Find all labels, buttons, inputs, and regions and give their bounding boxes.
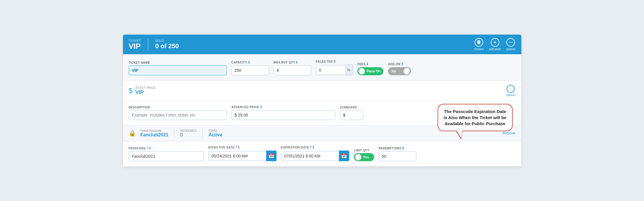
limit-qty-label: LIMIT QTY bbox=[354, 149, 374, 152]
dollar-icon: $ bbox=[129, 87, 132, 95]
addon-group: ADD-ON ℹ No bbox=[388, 62, 411, 75]
expiration-date-input[interactable] bbox=[281, 151, 339, 161]
standard-price-label: STANDARD bbox=[340, 106, 363, 109]
advanced-price-input[interactable] bbox=[232, 110, 335, 120]
ticket-sold-block: Sold 0 of 250 bbox=[155, 39, 179, 50]
header-options-label: options bbox=[506, 48, 515, 51]
price-name: VIP bbox=[135, 89, 155, 95]
header-left: Ticket VIP Sold 0 of 250 bbox=[129, 39, 179, 50]
standard-price-group: STANDARD bbox=[340, 106, 363, 120]
sales-tax-group: SALES TAX ℹ % bbox=[316, 59, 353, 75]
passcode-form-section: PASSCODE * ℹ EFFECTIVE DATE * ℹ 📅 EXPIRA… bbox=[123, 141, 521, 166]
price-title: Ticket Price bbox=[135, 86, 155, 89]
ticket-header: Ticket VIP Sold 0 of 250 🗑 remove + add … bbox=[123, 35, 521, 54]
redeemed-block: Redeemed 0 bbox=[180, 129, 197, 138]
price-form-section: DESCRIPTION ADVANCED PRICE ℹ STANDARD Th… bbox=[123, 101, 521, 125]
header-divider bbox=[148, 39, 148, 50]
redeemed-value: 0 bbox=[180, 132, 197, 138]
price-options-button[interactable]: ··· options bbox=[506, 85, 515, 97]
addon-toggle-text: No bbox=[391, 69, 396, 73]
advanced-price-info-icon: ℹ bbox=[260, 105, 262, 109]
max-buy-group: MAX BUY QTY ℹ bbox=[274, 60, 311, 75]
passcode-input[interactable] bbox=[129, 151, 204, 161]
fees-toggle-text: Pass On bbox=[367, 69, 380, 73]
fees-label: FEES ℹ bbox=[357, 62, 383, 66]
price-section-left: $ Ticket Price VIP bbox=[129, 86, 155, 95]
ticket-name-label: TICKET NAME bbox=[129, 61, 227, 64]
addon-info-icon: ℹ bbox=[402, 62, 403, 66]
capacity-input[interactable] bbox=[232, 65, 269, 75]
passcode-required-star: * bbox=[147, 147, 148, 150]
passcode-title: Ticket Passcode bbox=[141, 129, 169, 132]
sold-value: 0 of 250 bbox=[155, 42, 179, 50]
expiration-date-calendar-button[interactable]: 📅 bbox=[339, 151, 349, 161]
sales-tax-info-icon: ℹ bbox=[334, 59, 336, 63]
expiration-date-wrapper: 📅 bbox=[281, 151, 349, 161]
effective-date-info-icon: ℹ bbox=[238, 145, 240, 149]
effective-date-calendar-button[interactable]: 📅 bbox=[266, 151, 277, 161]
fees-toggle-knob bbox=[359, 68, 365, 74]
limit-qty-knob bbox=[355, 154, 361, 160]
passcode-field-label: PASSCODE * ℹ bbox=[129, 146, 204, 150]
ticket-type-label: Ticket bbox=[129, 39, 141, 42]
ticket-name-group: TICKET NAME bbox=[129, 61, 227, 75]
price-options-ellipsis-icon: ··· bbox=[507, 85, 515, 93]
max-buy-label: MAX BUY QTY ℹ bbox=[274, 60, 311, 64]
header-actions: 🗑 remove + add price ··· options bbox=[474, 38, 516, 51]
addon-toggle-knob bbox=[404, 68, 410, 74]
speech-bubble: The Passcode Expiration Date is Also Whe… bbox=[438, 104, 513, 131]
expiration-date-label: EXPIRATION DATE * ℹ bbox=[281, 145, 349, 149]
sales-tax-wrapper: % bbox=[316, 65, 353, 75]
redeemed-label: Redeemed bbox=[180, 129, 197, 132]
limit-qty-group: LIMIT QTY Yes bbox=[354, 149, 374, 161]
lock-icon: 🔒 bbox=[129, 130, 136, 137]
ticket-container: Ticket VIP Sold 0 of 250 🗑 remove + add … bbox=[123, 35, 521, 166]
limit-qty-toggle[interactable]: Yes bbox=[354, 153, 374, 161]
description-label: DESCRIPTION bbox=[129, 106, 227, 109]
ellipsis-icon: ··· bbox=[506, 38, 515, 47]
price-info-block: Ticket Price VIP bbox=[135, 86, 155, 95]
ticket-type-name: VIP bbox=[129, 42, 141, 50]
remove-passcode-link[interactable]: Remove bbox=[503, 131, 516, 135]
sales-tax-label: SALES TAX ℹ bbox=[316, 59, 353, 63]
remove-button[interactable]: 🗑 remove bbox=[474, 38, 484, 51]
limit-qty-toggle-text: Yes bbox=[363, 155, 369, 159]
addon-toggle[interactable]: No bbox=[388, 67, 411, 75]
expiration-date-info-icon: ℹ bbox=[313, 145, 314, 149]
ticket-name-input[interactable] bbox=[129, 65, 227, 75]
passcode-divider-2 bbox=[202, 129, 203, 138]
advanced-price-label: ADVANCED PRICE ℹ bbox=[232, 105, 335, 109]
effective-date-wrapper: 📅 bbox=[208, 151, 277, 161]
redemptions-input[interactable] bbox=[379, 151, 416, 161]
advanced-price-group: ADVANCED PRICE ℹ bbox=[232, 105, 335, 120]
redemptions-info-icon: ℹ bbox=[402, 146, 404, 150]
sales-tax-input[interactable] bbox=[316, 65, 345, 75]
description-input[interactable] bbox=[129, 110, 227, 120]
passcode-code: Fanclub2021 bbox=[141, 132, 169, 138]
passcode-input-group: PASSCODE * ℹ bbox=[129, 146, 204, 161]
speech-bubble-text: The Passcode Expiration Date is Also Whe… bbox=[444, 109, 507, 126]
price-section: $ Ticket Price VIP ··· options bbox=[123, 81, 521, 101]
passcode-info-icon: ℹ bbox=[149, 146, 151, 150]
remove-label: remove bbox=[474, 48, 484, 51]
sold-label: Sold bbox=[155, 39, 179, 42]
description-group: DESCRIPTION bbox=[129, 106, 227, 120]
trash-icon: 🗑 bbox=[475, 38, 483, 47]
fees-info-icon: ℹ bbox=[367, 62, 368, 66]
capacity-group: CAPACITY ℹ bbox=[232, 60, 269, 75]
capacity-label: CAPACITY ℹ bbox=[232, 60, 269, 64]
add-price-button[interactable]: + add price bbox=[489, 38, 501, 51]
header-options-button[interactable]: ··· options bbox=[506, 38, 515, 51]
fees-toggle[interactable]: Pass On bbox=[357, 67, 383, 75]
plus-icon: + bbox=[491, 38, 499, 47]
ticket-form-section: TICKET NAME CAPACITY ℹ MAX BUY QTY ℹ SAL… bbox=[123, 54, 521, 81]
calendar-icon-2: 📅 bbox=[341, 153, 347, 159]
standard-price-input[interactable] bbox=[340, 110, 363, 120]
state-block: State Active bbox=[208, 129, 222, 138]
calendar-icon-1: 📅 bbox=[268, 153, 274, 159]
effective-date-input[interactable] bbox=[208, 151, 266, 161]
capacity-info-icon: ℹ bbox=[248, 60, 250, 64]
max-buy-input[interactable] bbox=[274, 65, 311, 75]
effective-date-group: EFFECTIVE DATE * ℹ 📅 bbox=[208, 145, 277, 161]
state-label: State bbox=[208, 129, 222, 132]
